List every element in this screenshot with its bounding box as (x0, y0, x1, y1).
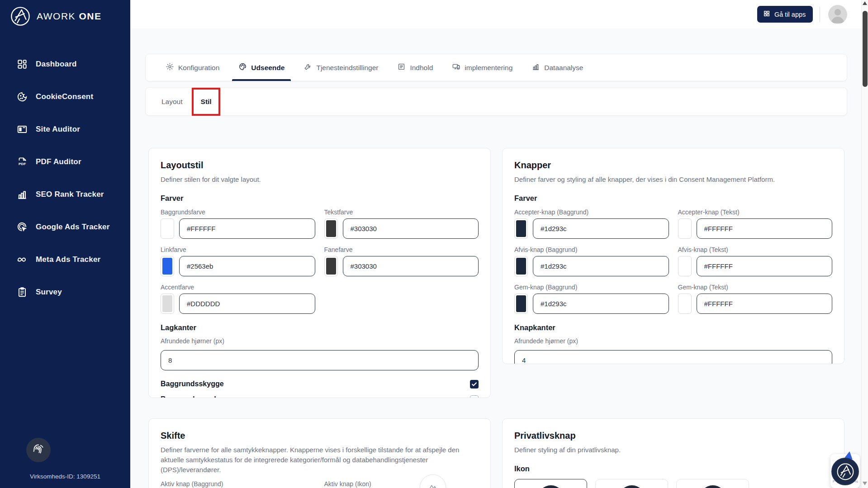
awork-logo-badge (831, 458, 859, 485)
tab-dataanalyse[interactable]: Dataanalyse (525, 54, 589, 81)
field-afvis-baggrund: Afvis-knap (Baggrund) (514, 246, 669, 276)
field-linkfarve: Linkfarve (161, 246, 315, 276)
color-input[interactable] (343, 256, 479, 276)
color-swatch[interactable] (324, 256, 338, 276)
sidebar-item-pdf-auditor[interactable]: PDF PDF Auditor (16, 152, 130, 171)
tab-tjenesteindstillinger[interactable]: Tjenesteindstillinger (297, 54, 384, 81)
tab-implementering[interactable]: implementering (446, 54, 519, 81)
color-input[interactable] (179, 218, 315, 239)
sidebar-item-dashboard[interactable]: Dashboard (16, 55, 130, 74)
color-swatch[interactable] (324, 218, 338, 239)
corner-radius-input[interactable] (161, 350, 479, 370)
field-label: Baggrundsfarve (161, 208, 315, 216)
card-subtitle: Definer farverne for alle samtykkeknappe… (161, 445, 477, 474)
field-label: Aktiv knap (Ikon) (324, 480, 479, 488)
sidebar-item-meta-ads-tracker[interactable]: Meta Ads Tracker (16, 250, 130, 269)
field-gem-tekst: Gem-knap (Tekst) (678, 284, 833, 314)
field-aktiv-knap-baggrund: Aktiv knap (Baggrund) (161, 480, 315, 488)
pdf-file-icon: PDF (16, 156, 28, 168)
apps-grid-icon (763, 10, 770, 19)
card-subtitle: Definer stilen for dit valgte layout. (161, 175, 477, 185)
browser-window-icon (16, 123, 28, 135)
checkbox-checked[interactable] (470, 380, 479, 389)
sidebar-item-label: Site Auditor (36, 125, 80, 134)
tab-bar: Konfiguration Udseende Tjenesteindstilli… (145, 54, 847, 81)
color-swatch[interactable] (161, 256, 174, 276)
gear-icon (166, 62, 174, 73)
fingerprint-button[interactable] (26, 438, 51, 462)
sidebar-item-seo-rank-tracker[interactable]: SEO Rank Tracker (16, 185, 130, 204)
sidebar-item-cookieconsent[interactable]: CookieConsent (16, 87, 130, 106)
icon-option-fingerprint[interactable] (514, 479, 587, 488)
toggle-baggrundsoverlay: Baggrundsoverlay (161, 394, 479, 398)
tab-indhold[interactable]: Indhold (391, 54, 439, 81)
subtab-stil[interactable]: Stil (201, 98, 212, 106)
sidebar-item-site-auditor[interactable]: Site Auditor (16, 120, 130, 139)
field-label: Aktiv knap (Baggrund) (161, 480, 315, 488)
sidebar-item-label: Survey (36, 288, 62, 297)
tab-udseende[interactable]: Udseende (232, 54, 291, 81)
user-avatar[interactable] (828, 5, 847, 24)
click-tracker-icon (16, 221, 28, 233)
corner-radius-input[interactable] (514, 350, 832, 364)
sidebar-item-google-ads-tracker[interactable]: Google Ads Tracker (16, 218, 130, 237)
go-to-apps-button[interactable]: Gå til apps (757, 6, 813, 23)
field-label: Accentfarve (161, 284, 315, 291)
color-swatch[interactable] (678, 294, 692, 314)
field-label: Accepter-knap (Baggrund) (514, 208, 669, 216)
toggle-label: Baggrundsskygge (161, 380, 224, 388)
scroll-up-arrow-icon[interactable] (863, 1, 867, 5)
fingerprint-icon (32, 443, 45, 457)
page: AWORK ONE Dashboard (0, 0, 868, 488)
field-accentfarve: Accentfarve (161, 284, 315, 314)
section-heading-ikon: Ikon (514, 464, 832, 473)
section-heading-lagkanter: Lagkanter (161, 323, 479, 332)
field-tekstfarve: Tekstfarve (324, 208, 479, 239)
section-heading-knapkanter: Knapkanter (514, 323, 832, 332)
color-input[interactable] (697, 256, 833, 276)
color-fields: Accepter-knap (Baggrund) Accepter-knap (… (514, 208, 832, 314)
tab-konfiguration[interactable]: Konfiguration (159, 54, 226, 81)
color-input[interactable] (179, 294, 315, 314)
color-swatch[interactable] (514, 294, 528, 314)
infinity-icon (16, 254, 28, 265)
color-input[interactable] (697, 218, 833, 239)
company-id: Virksomheds-ID: 1309251 (0, 473, 130, 480)
color-swatch[interactable] (514, 218, 528, 239)
sidebar-nav: Dashboard CookieConsent (0, 27, 130, 302)
color-swatch[interactable] (161, 218, 174, 239)
color-input[interactable] (697, 294, 833, 314)
section-heading-farver: Farver (514, 194, 832, 203)
icon-option-check-square[interactable] (676, 479, 749, 488)
subtab-layout[interactable]: Layout (161, 98, 183, 106)
color-input[interactable] (179, 256, 315, 276)
page-scrollbar[interactable] (861, 0, 868, 488)
icon-option-lock[interactable] (595, 479, 668, 488)
sidebar: AWORK ONE Dashboard (0, 0, 130, 488)
sidebar-item-survey[interactable]: Survey (16, 283, 130, 302)
sidebar-item-label: Google Ads Tracker (36, 223, 110, 232)
brand-widget[interactable]: P ns (830, 454, 860, 488)
chart-icon (531, 62, 540, 73)
toggle-list: Baggrundsskygge Baggrundsoverlay (161, 379, 479, 398)
color-swatch[interactable] (514, 256, 528, 276)
checkbox-unchecked[interactable] (470, 395, 479, 398)
color-swatch[interactable] (678, 256, 692, 276)
scroll-down-arrow-icon[interactable] (863, 482, 867, 485)
field-label: Afvis-knap (Tekst) (678, 246, 833, 253)
color-input[interactable] (533, 256, 669, 276)
corners-label: Afrundede hjørner (px) (161, 337, 479, 345)
color-swatch[interactable] (161, 294, 174, 314)
person-icon (828, 5, 847, 24)
color-swatch[interactable] (678, 218, 692, 239)
sidebar-item-label: Dashboard (36, 60, 77, 69)
color-input[interactable] (533, 294, 669, 314)
lock-icon (619, 485, 645, 488)
field-label: Afvis-knap (Baggrund) (514, 246, 669, 253)
color-input[interactable] (343, 218, 479, 239)
color-input[interactable] (533, 218, 669, 239)
field-accepter-baggrund: Accepter-knap (Baggrund) (514, 208, 669, 239)
bar-chart-icon (16, 189, 28, 200)
scrollbar-thumb[interactable] (863, 11, 868, 87)
field-label: Gem-knap (Tekst) (678, 284, 833, 291)
